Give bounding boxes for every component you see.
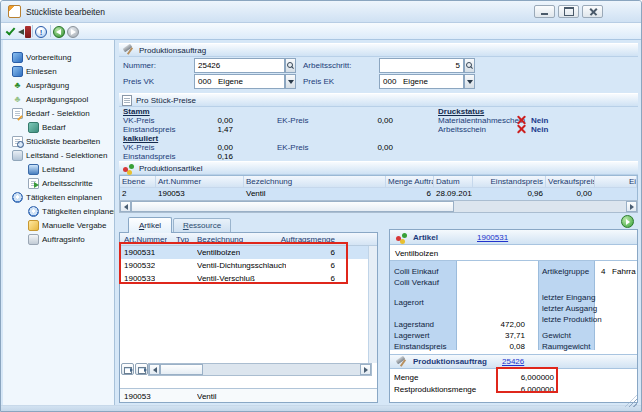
menge-label: Menge bbox=[394, 373, 418, 383]
sidebar-item-bedarf-selektion[interactable]: Bedarf - Selektion bbox=[3, 106, 114, 120]
grid-view-button[interactable] bbox=[121, 363, 134, 375]
sidebar-item-stueckliste-bearbeiten[interactable]: Stückliste bearbeiten bbox=[3, 134, 114, 148]
sidebar-item-taetigkeiten-einplanen-sub[interactable]: Tätigkeiten einplanen bbox=[3, 204, 114, 218]
back-icon[interactable] bbox=[53, 26, 65, 38]
maximize-button[interactable] bbox=[558, 5, 579, 18]
chevron-down-icon bbox=[288, 80, 294, 84]
document-icon bbox=[122, 95, 132, 106]
column-header-menge-auftrag[interactable]: Menge Auftrag bbox=[386, 176, 434, 188]
arbeitsschritt-value: 5 bbox=[456, 61, 460, 70]
cell-menge: 6 bbox=[386, 188, 434, 200]
arrow-left-icon bbox=[124, 204, 128, 210]
column-header-artnummer[interactable]: Art.Nummer bbox=[156, 176, 244, 188]
article-number-link[interactable]: 1900531 bbox=[477, 233, 508, 242]
column-header-artnummer[interactable]: Art.Nummer bbox=[124, 233, 167, 246]
preis-vk-dropdown-button[interactable] bbox=[285, 74, 296, 89]
tab-ressource[interactable]: Ressource bbox=[173, 218, 231, 233]
scrollbar-thumb[interactable] bbox=[160, 364, 203, 375]
minimize-button[interactable] bbox=[534, 5, 555, 18]
column-header-typ[interactable]: Typ bbox=[176, 233, 189, 246]
sidebar-item-label: Arbeitsschritte bbox=[42, 179, 93, 188]
exit-icon[interactable] bbox=[18, 26, 31, 38]
nummer-label: Nummer: bbox=[123, 61, 156, 71]
magnifier-page-icon bbox=[12, 136, 23, 147]
column-header-ebene[interactable]: Ebene bbox=[120, 176, 156, 188]
raumgewicht-label: Raumgewicht bbox=[542, 342, 590, 352]
prepare-icon bbox=[12, 52, 23, 63]
hammer-icon bbox=[395, 356, 408, 368]
kalk-ek-label: EK-Preis bbox=[277, 143, 309, 153]
arbeitsschritt-input[interactable]: 5 bbox=[379, 58, 464, 73]
page-pencil-icon bbox=[12, 108, 23, 119]
clover-icon bbox=[12, 80, 23, 91]
sidebar-item-label: Vorbereitung bbox=[26, 53, 71, 62]
notebook-icon bbox=[28, 122, 39, 133]
stamm-einstand-value: 1,47 bbox=[171, 125, 233, 135]
nummer-input[interactable]: 25426 bbox=[194, 58, 285, 73]
detail-section-title: Artikel bbox=[413, 233, 438, 242]
scroll-right-button[interactable] bbox=[626, 201, 637, 212]
parts-header-row: Art.Nummer Typ Bezeichnung Auftragsmenge bbox=[120, 233, 377, 246]
cell-bezeichnung: Ventil-Dichtungsschlauch bbox=[197, 259, 286, 272]
import-icon bbox=[12, 66, 23, 77]
grid-horizontal-scrollbar[interactable] bbox=[119, 200, 638, 213]
colli-einkauf-label: Colli Einkauf bbox=[394, 267, 438, 277]
preis-ek-select[interactable]: 000 Eigene bbox=[379, 74, 464, 89]
sidebar-item-vorbereitung[interactable]: Vorbereitung bbox=[3, 50, 114, 64]
forward-icon[interactable] bbox=[67, 26, 79, 38]
sidebar-item-label: Tätigkeiten einplanen bbox=[26, 193, 102, 202]
table-row[interactable]: 2 190053 Ventil 6 28.09.2012 0,96 0,00 bbox=[120, 188, 637, 200]
menge-value: 6,000000 bbox=[470, 373, 554, 383]
app-window: Stückliste bearbeiten Vorbereitung Einle… bbox=[0, 0, 642, 412]
tab-artikel[interactable]: Artikel bbox=[128, 217, 172, 233]
column-header-clipped[interactable]: Ei bbox=[595, 176, 637, 188]
column-header-bezeichnung[interactable]: Bezeichnung bbox=[244, 176, 386, 188]
preis-vk-select[interactable]: 000 Eigene bbox=[194, 74, 285, 89]
scrollbar-thumb[interactable] bbox=[131, 201, 454, 212]
toolbar bbox=[1, 23, 641, 40]
sidebar-item-arbeitsschritte[interactable]: Arbeitsschritte bbox=[3, 176, 114, 190]
scroll-left-button[interactable] bbox=[149, 364, 160, 375]
preis-ek-value: 000 Eigene bbox=[383, 77, 428, 86]
article-detail-panel: Artikel 1900531 Ventilbolzen Colli Einka… bbox=[389, 229, 638, 403]
preis-vk-value: 000 Eigene bbox=[198, 77, 243, 86]
sidebar-item-bedarf[interactable]: Bedarf bbox=[3, 120, 114, 134]
column-header-bezeichnung[interactable]: Bezeichnung bbox=[197, 233, 243, 246]
info-icon[interactable] bbox=[35, 26, 47, 38]
sidebar-item-leitstand[interactable]: Leitstand bbox=[3, 162, 114, 176]
cell-bezeichnung: Ventil bbox=[244, 188, 386, 200]
preis-ek-dropdown-button[interactable] bbox=[464, 74, 475, 89]
kalk-ek-value: 0,00 bbox=[331, 143, 393, 153]
close-button[interactable] bbox=[582, 5, 603, 18]
sidebar-navigation: Vorbereitung Einlesen Ausprägung Auspräg… bbox=[3, 40, 115, 405]
sidebar-item-auftragsinfo[interactable]: Auftragsinfo bbox=[3, 232, 114, 246]
footer-bezeichnung: Ventil bbox=[197, 389, 217, 403]
sidebar-item-auspraegungspool[interactable]: Ausprägungspool bbox=[3, 92, 114, 106]
order-number-link[interactable]: 25426 bbox=[502, 357, 524, 366]
nummer-value: 25426 bbox=[198, 61, 220, 70]
window-title: Stückliste bearbeiten bbox=[26, 7, 105, 17]
arbeitsschritt-search-button[interactable] bbox=[464, 58, 475, 73]
column-header-einstandspreis[interactable]: Einstandspreis bbox=[473, 176, 546, 188]
arbeitsschritt-label: Arbeitsschritt: bbox=[303, 61, 351, 71]
sidebar-item-taetigkeiten-einplanen[interactable]: Tätigkeiten einplanen bbox=[3, 190, 114, 204]
refresh-detail-button[interactable] bbox=[621, 215, 634, 228]
sidebar-item-einlesen[interactable]: Einlesen bbox=[3, 64, 114, 78]
list-item[interactable]: 1900532 Ventil-Dichtungsschlauch 6 bbox=[120, 259, 377, 272]
nummer-search-button[interactable] bbox=[285, 58, 296, 73]
list-item[interactable]: 1900533 Ventil-Verschluß 6 bbox=[120, 272, 377, 285]
assignment-icon bbox=[28, 220, 39, 231]
scroll-left-button[interactable] bbox=[120, 201, 131, 212]
grid-export-button[interactable] bbox=[135, 363, 148, 375]
tab-label: Artikel bbox=[139, 221, 161, 230]
sidebar-item-leitstand-selektionen[interactable]: Leitstand - Selektionen bbox=[3, 148, 114, 162]
scroll-right-button[interactable] bbox=[360, 364, 371, 375]
column-header-auftragsmenge[interactable]: Auftragsmenge bbox=[274, 233, 335, 246]
parts-vertical-scrollbar[interactable] bbox=[368, 246, 377, 363]
column-header-verkaufspreis[interactable]: Verkaufspreis bbox=[546, 176, 595, 188]
parts-horizontal-scrollbar[interactable] bbox=[148, 363, 372, 376]
list-item[interactable]: 1900531 Ventilbolzen 6 bbox=[120, 246, 377, 259]
sidebar-item-auspraegung[interactable]: Ausprägung bbox=[3, 78, 114, 92]
column-header-datum[interactable]: Datum bbox=[434, 176, 473, 188]
sidebar-item-manuelle-vergabe[interactable]: Manuelle Vergabe bbox=[3, 218, 114, 232]
